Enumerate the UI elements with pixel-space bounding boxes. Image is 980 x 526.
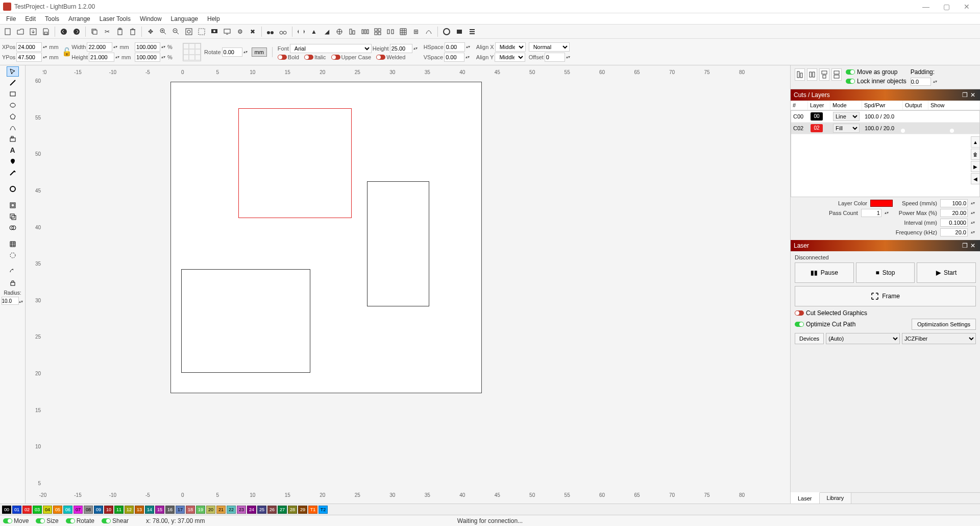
ypos-input[interactable] — [16, 53, 42, 62]
rotary-icon[interactable] — [441, 26, 452, 37]
offset-input[interactable] — [545, 53, 565, 62]
circle-tool-icon[interactable] — [7, 184, 19, 194]
align-h3-icon[interactable] — [819, 68, 829, 81]
status-move-toggle[interactable] — [3, 518, 12, 523]
palette-23[interactable]: 23 — [237, 506, 246, 514]
alignx-select[interactable]: Middle — [495, 42, 526, 52]
grid-tool-icon[interactable] — [7, 239, 19, 249]
circular-array-icon[interactable]: ⊞ — [410, 26, 422, 37]
path-tool-icon[interactable] — [7, 123, 19, 133]
tab-tool-icon[interactable] — [7, 134, 19, 144]
cuts-panel-header[interactable]: Cuts / Layers ❐ ✕ — [791, 89, 980, 101]
frame-button[interactable]: Frame — [795, 286, 976, 306]
copy-icon[interactable] — [89, 26, 100, 37]
shape-black-rect-2[interactable] — [181, 269, 310, 373]
cut-selected-toggle[interactable] — [795, 310, 804, 316]
align-h4-icon[interactable] — [831, 68, 842, 81]
boolean-tool-icon[interactable] — [7, 211, 19, 222]
menu-file[interactable]: File — [2, 14, 20, 23]
menu-help[interactable]: Help — [203, 14, 224, 23]
layer-delete-icon[interactable]: 🗑 — [971, 149, 980, 160]
status-rotate-toggle[interactable] — [66, 518, 75, 523]
palette-00[interactable]: 00 — [2, 506, 11, 514]
new-icon[interactable] — [2, 26, 13, 37]
align-center-icon[interactable] — [334, 26, 345, 37]
canvas[interactable] — [43, 78, 790, 491]
layer-collapse-icon[interactable]: ◀ — [971, 173, 980, 184]
palette-15[interactable]: 15 — [155, 506, 164, 514]
menu-laser-tools[interactable]: Laser Tools — [95, 14, 135, 23]
freq-input[interactable] — [940, 228, 968, 236]
padding-input[interactable] — [911, 78, 931, 86]
radial-tool-icon[interactable] — [7, 250, 19, 260]
align-tool-icon[interactable] — [347, 26, 358, 37]
offset-tool-icon[interactable] — [7, 200, 19, 210]
palette-14[interactable]: 14 — [145, 506, 154, 514]
canvas-area[interactable]: -20-15-10-505101520253035404550556065707… — [26, 65, 790, 504]
pause-button[interactable]: ▮▮Pause — [795, 262, 854, 283]
xpos-input[interactable] — [16, 42, 42, 52]
open-icon[interactable] — [15, 26, 26, 37]
move-as-group-toggle[interactable] — [846, 69, 855, 75]
devices-button[interactable]: Devices — [795, 333, 824, 344]
stop-button[interactable]: ■Stop — [856, 262, 915, 283]
flip-v-icon[interactable]: ▲ — [308, 26, 320, 37]
palette-05[interactable]: 05 — [53, 506, 62, 514]
cuts-row-c00[interactable]: C00 00 Line 100.0 / 20.0 — [791, 111, 979, 123]
palette-10[interactable]: 10 — [104, 506, 113, 514]
palette-29[interactable]: 29 — [298, 506, 307, 514]
welded-toggle[interactable] — [376, 55, 385, 60]
status-shear-toggle[interactable] — [102, 518, 111, 523]
panel-float-icon[interactable]: ❐ — [961, 91, 969, 99]
panel-close-icon[interactable]: ✕ — [969, 91, 977, 99]
settings-icon[interactable]: ⚙ — [234, 26, 246, 37]
tab-library[interactable]: Library — [820, 493, 852, 504]
menu-language[interactable]: Language — [167, 14, 202, 23]
palette-27[interactable]: 27 — [278, 506, 287, 514]
aligny-select[interactable]: Middle — [495, 53, 525, 62]
paste-icon[interactable] — [114, 26, 126, 37]
layer-color-swatch[interactable] — [870, 200, 893, 207]
font-select[interactable]: Arial — [290, 44, 372, 53]
device-fiber-select[interactable]: JCZFiber — [902, 333, 976, 344]
device-auto-select[interactable]: (Auto) — [826, 333, 900, 344]
palette-11[interactable]: 11 — [114, 506, 124, 514]
pan-icon[interactable]: ✥ — [145, 26, 156, 37]
palette-21[interactable]: 21 — [216, 506, 226, 514]
preview-icon[interactable] — [209, 26, 220, 37]
palette-12[interactable]: 12 — [125, 506, 134, 514]
measure-tool-icon[interactable] — [7, 267, 19, 277]
path-tool-icon[interactable] — [423, 26, 434, 37]
align-h1-icon[interactable] — [795, 68, 805, 81]
monitor-icon[interactable] — [222, 26, 233, 37]
menu-tools[interactable]: Tools — [41, 14, 63, 23]
palette-06[interactable]: 06 — [63, 506, 72, 514]
lock-icon[interactable]: 🔓 — [62, 45, 71, 59]
palette-24[interactable]: 24 — [247, 506, 256, 514]
minimize-button[interactable]: — — [916, 1, 936, 13]
layer-up-icon[interactable]: ▲ — [971, 136, 980, 148]
laser-float-icon[interactable]: ❐ — [961, 242, 969, 249]
interval-input[interactable] — [940, 219, 968, 227]
italic-toggle[interactable] — [304, 55, 313, 60]
speed-input[interactable] — [940, 199, 968, 207]
palette-19[interactable]: 19 — [196, 506, 205, 514]
weld-tool-icon[interactable] — [7, 223, 19, 233]
rectangle-tool-icon[interactable] — [7, 89, 19, 99]
palette-28[interactable]: 28 — [288, 506, 297, 514]
tab-laser[interactable]: Laser — [791, 492, 820, 504]
distribute-icon[interactable] — [359, 26, 371, 37]
palette-22[interactable]: 22 — [227, 506, 236, 514]
feeder-icon[interactable] — [454, 26, 465, 37]
radius-input[interactable] — [2, 297, 19, 305]
marker-tool-icon[interactable] — [7, 156, 19, 166]
palette-07[interactable]: 07 — [74, 506, 83, 514]
palette-17[interactable]: 17 — [176, 506, 185, 514]
layer-expand-icon[interactable]: ▶ — [971, 161, 980, 172]
mode-select-1[interactable]: Fill — [833, 124, 860, 133]
save-icon[interactable] — [40, 26, 52, 37]
menu-edit[interactable]: Edit — [21, 14, 40, 23]
close-button[interactable]: ✕ — [957, 1, 977, 13]
mode-select-0[interactable]: Line — [833, 112, 860, 121]
polygon-tool-icon[interactable] — [7, 111, 19, 122]
